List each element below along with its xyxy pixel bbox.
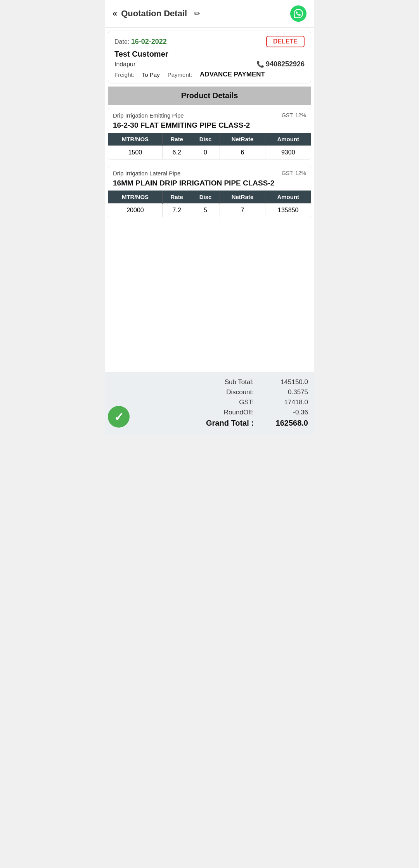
product-category-1: Drip Irrigation Emitting Pipe [113,112,184,119]
product-category-2: Drip Irrigation Lateral Pipe [113,170,180,177]
col-header-disc-1: Disc [191,133,220,146]
product-table-2: MTR/NOS Rate Disc NetRate Amount 20000 7… [108,191,311,217]
grandtotal-row: Grand Total : 162568.0 [128,419,308,428]
freight-label: Freight: [114,71,134,78]
freight-value: To Pay [142,71,160,78]
date-value: 16-02-2022 [131,38,167,45]
subtotal-value: 145150.0 [261,378,308,386]
back-icon[interactable]: « [113,9,117,19]
page-title: Quotation Detail [121,9,187,19]
date-delete-row: Date: 16-02-2022 DELETE [114,36,305,47]
col-header-mtr-nos-1: MTR/NOS [108,133,162,146]
customer-name: Test Customer [114,50,305,59]
customer-location: Indapur [114,61,135,68]
check-icon: ✓ [114,410,124,424]
location-phone-row: Indapur 📞 9408252926 [114,60,305,68]
val-rate-2: 7.2 [162,204,191,217]
phone-icon: 📞 [256,61,264,68]
header: « Quotation Detail ✏ [105,0,314,28]
val-disc-1: 0 [191,146,220,159]
date-section: Date: 16-02-2022 [114,38,167,46]
product-name-2: 16MM PLAIN DRIP IRRIGATION PIPE CLASS-2 [108,178,311,191]
col-header-mtr-nos-2: MTR/NOS [108,191,162,204]
discount-label: Discount: [128,388,261,396]
grandtotal-label: Grand Total : [128,419,261,428]
roundoff-value: -0.36 [261,409,308,416]
product-name-1: 16-2-30 FLAT EMMITING PIPE CLASS-2 [108,120,311,133]
gst-badge-2: GST: 12% [282,170,306,176]
col-header-netrate-1: NetRate [220,133,265,146]
subtotal-label: Sub Total: [128,378,261,386]
date-label: Date: [114,38,129,45]
grandtotal-value: 162568.0 [261,419,308,428]
product-card-2: Drip Irrigation Lateral Pipe GST: 12% 16… [108,166,311,217]
phone-row: 📞 9408252926 [256,60,305,68]
col-header-rate-2: Rate [162,191,191,204]
gst-row: GST: 17418.0 [128,398,308,406]
col-header-amount-2: Amount [265,191,311,204]
payment-value: ADVANCE PAYMENT [200,71,265,78]
product-header-2: Drip Irrigation Lateral Pipe GST: 12% [108,166,311,178]
val-amount-1: 9300 [265,146,311,159]
gst-badge-1: GST: 12% [282,112,306,118]
edit-icon[interactable]: ✏ [194,9,201,18]
product-details-header: Product Details [108,87,311,105]
col-header-rate-1: Rate [162,133,191,146]
whatsapp-button[interactable] [290,5,306,22]
col-header-netrate-2: NetRate [220,191,265,204]
gst-value: 17418.0 [261,398,308,406]
freight-payment-row: Freight: To Pay Payment: ADVANCE PAYMENT [114,71,305,78]
val-netrate-1: 6 [220,146,265,159]
val-mtr-nos-2: 20000 [108,204,162,217]
val-mtr-nos-1: 1500 [108,146,162,159]
product-card-1: Drip Irrigation Emitting Pipe GST: 12% 1… [108,108,311,159]
col-header-amount-1: Amount [265,133,311,146]
gst-label: GST: [128,398,261,406]
payment-label: Payment: [168,71,192,78]
customer-info: Date: 16-02-2022 DELETE Test Customer In… [108,31,311,83]
subtotal-row: Sub Total: 145150.0 [128,378,308,386]
customer-phone: 9408252926 [266,60,305,68]
val-disc-2: 5 [191,204,220,217]
col-header-disc-2: Disc [191,191,220,204]
discount-value: 0.3575 [261,388,308,396]
roundoff-label: RoundOff: [128,409,261,416]
val-netrate-2: 7 [220,204,265,217]
delete-button[interactable]: DELETE [266,36,305,47]
summary-section: ✓ Sub Total: 145150.0 Discount: 0.3575 G… [105,372,314,434]
check-circle[interactable]: ✓ [108,406,130,428]
discount-row: Discount: 0.3575 [128,388,308,396]
val-amount-2: 135850 [265,204,311,217]
header-left: « Quotation Detail ✏ [113,9,201,19]
product-table-1: MTR/NOS Rate Disc NetRate Amount 1500 6.… [108,133,311,159]
product-header-1: Drip Irrigation Emitting Pipe GST: 12% [108,108,311,120]
roundoff-row: RoundOff: -0.36 [128,409,308,416]
val-rate-1: 6.2 [162,146,191,159]
